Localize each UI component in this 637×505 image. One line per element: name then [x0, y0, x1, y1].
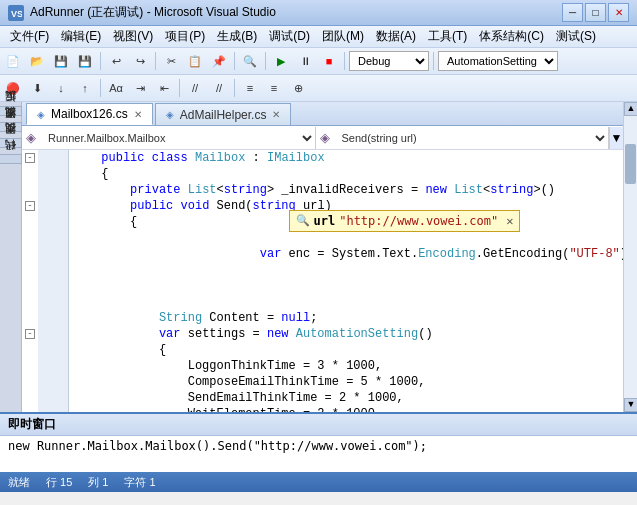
table-row: SendEmailThinkTime = 2 * 1000,: [22, 390, 623, 406]
tooltip-close-icon[interactable]: ✕: [506, 213, 513, 229]
app-icon: VS: [8, 5, 24, 21]
line-indicator: [22, 310, 38, 326]
line-number: [38, 358, 68, 374]
sep8: [179, 79, 180, 97]
collapse-settings-icon[interactable]: -: [25, 329, 35, 339]
tab-strip: ◈ Mailbox126.cs ✕ ◈ AdMailHelper.cs ✕: [22, 102, 623, 126]
save-all-btn[interactable]: 💾: [74, 50, 96, 72]
editor-container: ◈ Mailbox126.cs ✕ ◈ AdMailHelper.cs ✕ ◈ …: [22, 102, 623, 412]
code-line: public class Mailbox : IMailbox: [68, 150, 623, 166]
debug-config-combo[interactable]: Debug: [349, 51, 429, 71]
breadcrumb-class-select[interactable]: Runner.Mailbox.Mailbox: [40, 127, 316, 149]
scroll-thumb[interactable]: [625, 144, 636, 184]
save-btn[interactable]: 💾: [50, 50, 72, 72]
outdent-btn[interactable]: ⇤: [153, 77, 175, 99]
menu-test[interactable]: 测试(S): [550, 26, 602, 47]
scroll-up-btn[interactable]: ▲: [624, 102, 637, 116]
menu-build[interactable]: 生成(B): [211, 26, 263, 47]
code-line: ComposeEmailThinkTime = 5 * 1000,: [68, 374, 623, 390]
breakpoint-btn[interactable]: 🔴: [2, 77, 24, 99]
tab-label-admail: AdMailHelper.cs: [180, 108, 267, 122]
sep7: [100, 79, 101, 97]
code-line: {: [68, 342, 623, 358]
sep2: [155, 52, 156, 70]
tab-close-mailbox126[interactable]: ✕: [134, 109, 142, 120]
maximize-button[interactable]: □: [585, 3, 606, 22]
scroll-down-btn[interactable]: ▼: [624, 398, 637, 412]
line-number: [38, 230, 68, 310]
window-controls: ─ □ ✕: [562, 3, 629, 22]
menu-project[interactable]: 项目(P): [159, 26, 211, 47]
menu-tools[interactable]: 工具(T): [422, 26, 473, 47]
code-line: {: [68, 166, 623, 182]
status-col: 列 1: [88, 475, 108, 490]
code-line: var enc = System.Text.Encoding.GetEncodi…: [68, 230, 623, 310]
sidebar-tab-code[interactable]: 代码: [0, 154, 22, 164]
table-row: var enc = System.Text.Encoding.GetEncodi…: [22, 230, 623, 310]
extra-btn3[interactable]: ⊕: [287, 77, 309, 99]
copy-btn[interactable]: 📋: [184, 50, 206, 72]
line-number: [38, 326, 68, 342]
tab-close-admail[interactable]: ✕: [272, 109, 280, 120]
sidebar-tab-resource[interactable]: 资源视图: [0, 122, 22, 132]
paste-btn[interactable]: 📌: [208, 50, 230, 72]
step-out-btn[interactable]: ↑: [74, 77, 96, 99]
menu-debug[interactable]: 调试(D): [263, 26, 316, 47]
sidebar-tab-decompile[interactable]: 反汇编: [0, 106, 22, 116]
menu-view[interactable]: 视图(V): [107, 26, 159, 47]
tooltip-box: 🔍 url "http://www.vowei.com" ✕: [289, 210, 521, 232]
code-table: - public class Mailbox : IMailbox {: [22, 150, 623, 412]
menu-file[interactable]: 文件(F): [4, 26, 55, 47]
code-editor[interactable]: - public class Mailbox : IMailbox {: [22, 150, 623, 412]
breadcrumb-bar: ◈ Runner.Mailbox.Mailbox ◈ Send(string u…: [22, 126, 623, 150]
line-number: [38, 310, 68, 326]
find-btn[interactable]: 🔍: [239, 50, 261, 72]
extra-btn1[interactable]: ≡: [239, 77, 261, 99]
menu-team[interactable]: 团队(M): [316, 26, 370, 47]
minimize-button[interactable]: ─: [562, 3, 583, 22]
line-indicator: [22, 166, 38, 182]
tab-admailhelper[interactable]: ◈ AdMailHelper.cs ✕: [155, 103, 292, 125]
code-line: String Content = null;: [68, 310, 623, 326]
collapse-icon[interactable]: -: [25, 153, 35, 163]
menu-data[interactable]: 数据(A): [370, 26, 422, 47]
step-over-btn[interactable]: ⬇: [26, 77, 48, 99]
menu-edit[interactable]: 编辑(E): [55, 26, 107, 47]
svg-text:VS: VS: [11, 9, 22, 19]
line-number: [38, 342, 68, 358]
status-ready: 就绪: [8, 475, 30, 490]
tab-mailbox126[interactable]: ◈ Mailbox126.cs ✕: [26, 103, 153, 125]
line-indicator: -: [22, 150, 38, 166]
pause-btn[interactable]: ⏸: [294, 50, 316, 72]
line-indicator: [22, 406, 38, 412]
line-indicator: -: [22, 326, 38, 342]
start-btn[interactable]: ▶: [270, 50, 292, 72]
open-btn[interactable]: 📂: [26, 50, 48, 72]
cut-btn[interactable]: ✂: [160, 50, 182, 72]
immediate-window-content[interactable]: new Runner.Mailbox.Mailbox().Send("http:…: [0, 436, 637, 456]
stop-btn[interactable]: ■: [318, 50, 340, 72]
format-btn[interactable]: Aα: [105, 77, 127, 99]
comment-btn[interactable]: //: [184, 77, 206, 99]
breadcrumb-scroll-btn[interactable]: ▼: [609, 127, 623, 149]
line-number: [38, 182, 68, 198]
undo-btn[interactable]: ↩: [105, 50, 127, 72]
uncomment-btn[interactable]: //: [208, 77, 230, 99]
line-indicator: [22, 182, 38, 198]
new-file-btn[interactable]: 📄: [2, 50, 24, 72]
breadcrumb-left-icon: ◈: [26, 130, 36, 145]
collapse-method-icon[interactable]: -: [25, 201, 35, 211]
indent-btn[interactable]: ⇥: [129, 77, 151, 99]
sidebar-tab-class[interactable]: 类视图: [0, 138, 22, 148]
close-button[interactable]: ✕: [608, 3, 629, 22]
title-bar: VS AdRunner (正在调试) - Microsoft Visual St…: [0, 0, 637, 26]
redo-btn[interactable]: ↪: [129, 50, 151, 72]
scrollbar-right[interactable]: ▲ ▼: [623, 102, 637, 412]
extra-btn2[interactable]: ≡: [263, 77, 285, 99]
platform-combo[interactable]: AutomationSetting: [438, 51, 558, 71]
breadcrumb-method-select[interactable]: Send(string url): [334, 127, 610, 149]
step-into-btn[interactable]: ↓: [50, 77, 72, 99]
sep1: [100, 52, 101, 70]
menu-arch[interactable]: 体系结构(C): [473, 26, 550, 47]
status-ch: 字符 1: [124, 475, 155, 490]
